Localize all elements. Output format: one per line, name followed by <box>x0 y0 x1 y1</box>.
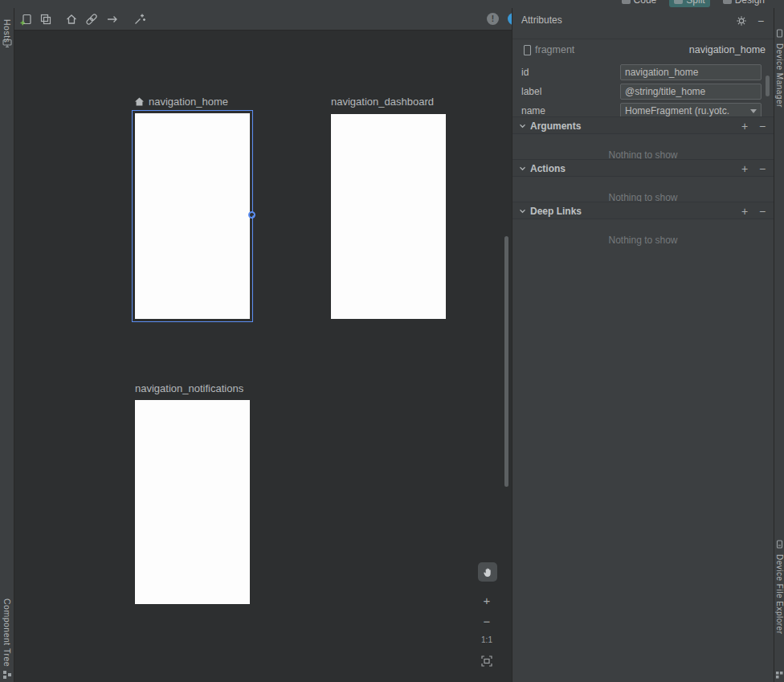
chevron-down-icon[interactable] <box>519 124 526 129</box>
top-strip: Code Split Design <box>0 0 784 8</box>
fragment-preview-dashboard[interactable] <box>331 114 446 319</box>
nav-graph-canvas[interactable]: navigation_home navigation_dashboard nav… <box>14 31 512 682</box>
fragment-label-home: navigation_home <box>149 96 228 108</box>
section-deep-links-title: Deep Links <box>530 206 582 217</box>
design-icon <box>723 0 732 4</box>
section-arguments-title: Arguments <box>530 120 581 132</box>
tab-split-label: Split <box>686 0 704 6</box>
attributes-panel: Attributes − fragment navigation_home id… <box>512 8 774 682</box>
add-deep-link-icon[interactable]: + <box>740 205 749 218</box>
name-field-label: name <box>521 105 545 116</box>
canvas-vertical-scrollbar[interactable] <box>504 236 508 487</box>
tab-design-label: Design <box>735 0 765 6</box>
zoom-in-button[interactable]: + <box>480 594 493 606</box>
toolwindow-device-manager[interactable]: Device Manager <box>775 43 784 108</box>
label-field-label: label <box>521 86 541 97</box>
fragment-label-dashboard: navigation_dashboard <box>331 96 434 108</box>
start-destination-home-icon <box>134 96 145 107</box>
divider <box>512 39 774 39</box>
section-deep-links-header[interactable]: Deep Links + − <box>512 202 774 219</box>
element-id-value: navigation_home <box>689 44 766 55</box>
fragment-header-notifications[interactable]: navigation_notifications <box>135 382 243 394</box>
hosts-monitor-icon[interactable] <box>2 39 12 48</box>
tab-design[interactable]: Design <box>718 0 770 7</box>
code-icon <box>622 0 631 4</box>
selected-element-row: fragment navigation_home <box>512 43 774 58</box>
tab-split[interactable]: Split <box>669 0 709 7</box>
left-toolwindow-stripe: Hosts Component Tree <box>0 8 14 682</box>
fragment-preview-home[interactable] <box>132 110 253 322</box>
chevron-down-icon[interactable] <box>519 209 526 214</box>
zoom-level-indicator[interactable]: 1:1 <box>477 635 496 644</box>
element-type-label: fragment <box>535 44 574 55</box>
section-arguments-header[interactable]: Arguments + − <box>512 116 774 134</box>
fragment-label-notifications: navigation_notifications <box>135 382 243 394</box>
fragment-icon <box>523 44 532 56</box>
pan-hand-button[interactable] <box>478 562 497 582</box>
toolwindow-component-tree[interactable]: Component Tree <box>2 598 12 667</box>
section-actions-header[interactable]: Actions + − <box>512 159 774 177</box>
deep-links-empty-text: Nothing to show <box>512 235 774 246</box>
device-file-explorer-icon[interactable] <box>775 540 784 549</box>
attributes-panel-title: Attributes <box>521 14 562 26</box>
gear-icon[interactable] <box>735 14 748 27</box>
right-toolwindow-stripe: Device Manager Device File Explorer <box>774 8 784 682</box>
section-actions-title: Actions <box>530 163 566 174</box>
auto-arrange-icon[interactable] <box>133 12 147 27</box>
fragment-preview-notifications[interactable] <box>135 400 250 604</box>
action-connection-handle[interactable] <box>248 211 255 218</box>
tab-code-label: Code <box>634 0 657 6</box>
add-argument-icon[interactable]: + <box>740 120 749 133</box>
label-input[interactable] <box>620 84 762 100</box>
hide-panel-icon[interactable]: − <box>754 14 767 27</box>
name-combobox-value: HomeFragment (ru.yotc. <box>625 105 729 116</box>
chevron-down-icon[interactable] <box>519 166 526 171</box>
issues-indicator-icon[interactable]: ! <box>487 13 499 25</box>
fragment-header-dashboard[interactable]: navigation_dashboard <box>331 95 434 108</box>
corner-grid-icon[interactable] <box>775 671 784 680</box>
remove-deep-link-icon[interactable]: − <box>757 205 767 218</box>
split-icon <box>674 0 683 4</box>
component-tree-icon[interactable] <box>2 670 12 680</box>
deep-link-icon[interactable] <box>84 12 99 27</box>
device-manager-icon[interactable] <box>775 29 784 38</box>
id-input[interactable] <box>620 64 762 80</box>
remove-action-icon[interactable]: − <box>757 162 767 175</box>
assign-start-destination-icon[interactable] <box>64 12 79 27</box>
new-destination-icon[interactable] <box>19 12 34 27</box>
toolwindow-device-file-explorer[interactable]: Device File Explorer <box>775 554 784 634</box>
hand-icon <box>482 566 494 578</box>
add-action-arrow-icon[interactable] <box>105 12 120 27</box>
duplicate-destination-icon[interactable] <box>39 12 53 27</box>
zoom-to-fit-icon <box>481 655 492 667</box>
tab-code[interactable]: Code <box>617 0 662 7</box>
panel-scrollbar[interactable] <box>766 76 770 96</box>
fragment-header-home[interactable]: navigation_home <box>134 95 228 108</box>
remove-argument-icon[interactable]: − <box>757 120 767 133</box>
editor-mode-tabs: Code Split Design <box>617 0 770 7</box>
chevron-down-icon <box>750 109 757 113</box>
fragment-screen-home <box>135 113 250 319</box>
zoom-out-button[interactable]: − <box>480 615 493 627</box>
add-action-icon[interactable]: + <box>740 162 749 175</box>
nav-editor-toolbar: ! ? <box>14 8 512 31</box>
zoom-to-fit-button[interactable] <box>480 655 493 668</box>
id-field-label: id <box>521 67 529 78</box>
